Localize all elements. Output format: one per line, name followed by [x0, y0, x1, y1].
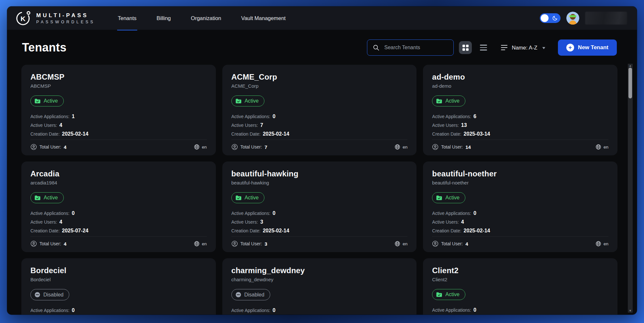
tenant-card[interactable]: Client2 Client2 Active Active Applicatio… — [423, 258, 617, 315]
tenant-card[interactable]: Bordeciel Bordeciel Disabled Active Appl… — [21, 258, 216, 315]
language-indicator: en — [394, 241, 407, 247]
stat-active-users: Active Users:4 — [30, 219, 207, 225]
tenant-name: ABCMSP — [30, 72, 207, 82]
status-badge: Disabled — [231, 289, 270, 300]
tenant-name: Arcadia — [30, 169, 207, 178]
new-tenant-button[interactable]: + New Tenant — [558, 39, 617, 56]
search-input[interactable] — [383, 44, 448, 51]
card-footer: Total User:4 en — [30, 139, 207, 150]
tenant-card[interactable]: ABCMSP ABCMSP Active Active Applications… — [21, 65, 216, 155]
status-label: Active — [445, 98, 460, 104]
brand-line1: MULTI-PASS — [36, 12, 95, 19]
tenant-slug: ad-demo — [432, 83, 608, 89]
folder-check-icon — [235, 98, 242, 104]
language-code: en — [403, 241, 407, 246]
tenant-stats: Active Applications:6 Active Users:13 Cr… — [432, 114, 608, 137]
folder-check-icon — [235, 195, 242, 201]
status-label: Active — [245, 98, 259, 104]
tenant-name: ACME_Corp — [231, 72, 408, 82]
nav-tab-tenants[interactable]: Tenants — [117, 6, 137, 30]
sort-label: Name: A-Z — [512, 45, 537, 51]
status-label: Disabled — [244, 292, 264, 298]
globe-icon — [194, 144, 200, 150]
brand: K MULTI-PASS PASSWORDLESS — [15, 10, 95, 27]
status-label: Active — [245, 195, 259, 201]
globe-icon — [595, 144, 601, 150]
language-code: en — [202, 241, 207, 246]
status-badge: Active — [231, 95, 265, 106]
stat-creation-date: Creation Date:2025-07-24 — [30, 228, 207, 234]
chevron-down-icon: ▾ — [542, 45, 545, 50]
globe-icon — [595, 241, 601, 247]
user-circle-icon — [30, 144, 37, 150]
tenant-grid: ABCMSP ABCMSP Active Active Applications… — [7, 56, 637, 315]
status-label: Active — [44, 195, 58, 201]
nav-tab-organization[interactable]: Organization — [190, 6, 222, 30]
tenant-card[interactable]: ACME_Corp ACME_Corp Active Active Applic… — [222, 65, 417, 155]
sort-icon — [501, 45, 507, 50]
search-icon — [372, 44, 380, 51]
tenant-card[interactable]: charming_dewdney charming_dewdney Disabl… — [222, 258, 417, 315]
tenant-stats: Active Applications:1 Active Users:4 Cre… — [30, 114, 207, 137]
tenant-name: Client2 — [432, 266, 608, 275]
tenant-stats: Active Applications:0 Active Users: Crea… — [432, 307, 608, 315]
stat-active-applications: Active Applications:1 — [30, 114, 207, 119]
status-badge: Active — [231, 192, 265, 203]
folder-check-icon — [34, 98, 41, 104]
nav-tab-vault-management[interactable]: Vault Management — [240, 6, 286, 30]
tenant-stats: Active Applications:0 Active Users: Crea… — [231, 307, 408, 315]
user-avatar[interactable] — [566, 12, 579, 25]
brand-logo-icon: K — [15, 10, 32, 27]
scrollbar-thumb[interactable] — [628, 68, 632, 98]
total-user: Total User:4 — [432, 240, 468, 247]
tenant-slug: ACME_Corp — [231, 83, 408, 89]
tenant-card[interactable]: beautiful-hawking beautiful-hawking Acti… — [222, 162, 417, 252]
card-footer: Total User:3 en — [231, 236, 408, 247]
tenant-name: beautiful-noether — [432, 169, 608, 178]
stat-active-applications: Active Applications:0 — [231, 114, 408, 119]
status-badge: Active — [30, 192, 64, 203]
total-user: Total User:4 — [30, 144, 66, 150]
language-code: en — [202, 145, 207, 150]
list-view-button[interactable] — [477, 41, 490, 54]
tenant-card[interactable]: Arcadia arcadia1984 Active Active Applic… — [21, 162, 216, 252]
main-nav: Tenants Billing Organization Vault Manag… — [117, 6, 286, 30]
grid-view-button[interactable] — [459, 41, 472, 54]
tenant-stats: Active Applications:0 Active Users: Crea… — [30, 307, 207, 315]
tenant-card[interactable]: beautiful-noether beautiful-noether Acti… — [423, 162, 617, 252]
tenant-slug: Client2 — [432, 277, 608, 282]
app-window: K MULTI-PASS PASSWORDLESS Tenants Billin… — [7, 6, 637, 315]
sort-dropdown[interactable]: Name: A-Z ▾ — [501, 45, 545, 51]
status-label: Active — [445, 195, 460, 201]
language-indicator: en — [194, 241, 207, 247]
new-tenant-label: New Tenant — [578, 44, 608, 51]
page-toolbar: Tenants Name: A-Z ▾ + Ne — [7, 30, 637, 56]
tenant-card[interactable]: ad-demo ad-demo Active Active Applicatio… — [423, 65, 617, 155]
plus-icon: + — [566, 44, 574, 51]
moon-icon — [552, 15, 558, 21]
scrollbar-up-arrow-icon[interactable]: ▲ — [628, 64, 633, 68]
user-circle-icon — [231, 144, 238, 150]
stat-active-applications: Active Applications:0 — [30, 210, 207, 216]
toggle-knob-icon — [541, 14, 549, 22]
language-code: en — [604, 241, 608, 246]
tenant-slug: beautiful-noether — [432, 180, 608, 185]
nav-tab-billing[interactable]: Billing — [156, 6, 172, 30]
stat-active-applications: Active Applications:0 — [432, 307, 608, 313]
scrollbar[interactable]: ▲ ▼ — [628, 64, 633, 313]
folder-check-icon — [436, 195, 442, 201]
tenant-stats: Active Applications:0 Active Users:4 Cre… — [432, 210, 608, 234]
grid-view-icon — [462, 45, 469, 51]
stat-active-applications: Active Applications:0 — [231, 307, 408, 313]
svg-text:K: K — [20, 15, 25, 22]
status-badge: Active — [432, 289, 465, 300]
theme-toggle[interactable] — [540, 13, 561, 23]
status-badge: Disabled — [30, 289, 69, 300]
folder-check-icon — [436, 292, 442, 297]
folder-check-icon — [436, 98, 442, 104]
total-user: Total User:14 — [432, 144, 471, 150]
total-user: Total User:7 — [231, 144, 267, 150]
minus-circle-icon — [235, 292, 241, 298]
stat-active-applications: Active Applications:0 — [30, 307, 207, 313]
scrollbar-down-arrow-icon[interactable]: ▼ — [628, 309, 633, 313]
